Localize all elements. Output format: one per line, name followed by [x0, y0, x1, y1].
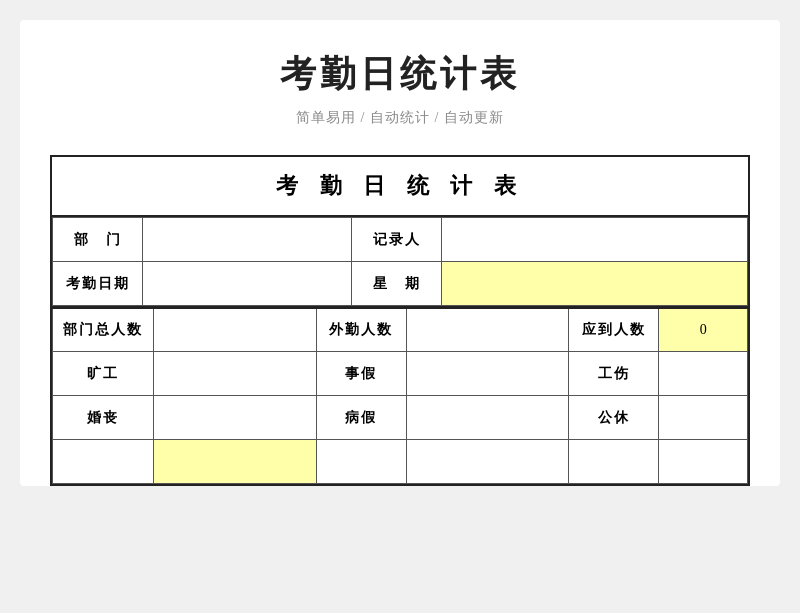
weekday-value: [442, 262, 748, 306]
department-row: 部 门 记录人: [53, 218, 748, 262]
bottom-cell-5: [569, 440, 659, 484]
page-container: 考勤日统计表 简单易用 / 自动统计 / 自动更新 考 勤 日 统 计 表 部 …: [20, 20, 780, 486]
absent-row: 旷工 事假 工伤: [53, 352, 748, 396]
required-label: 应到人数: [569, 308, 659, 352]
page-title: 考勤日统计表: [50, 50, 750, 99]
wedding-label: 婚丧: [53, 396, 154, 440]
department-label: 部 门: [53, 218, 143, 262]
personal-leave-label: 事假: [316, 352, 406, 396]
injury-value: [659, 352, 748, 396]
public-holiday-value: [659, 396, 748, 440]
bottom-cell-2: [154, 440, 317, 484]
sick-leave-value: [406, 396, 569, 440]
date-row: 考勤日期 星 期: [53, 262, 748, 306]
department-value: [143, 218, 352, 262]
header-section-table: 部 门 记录人 考勤日期 星 期: [52, 217, 748, 306]
wedding-value: [154, 396, 317, 440]
recorder-value: [442, 218, 748, 262]
injury-label: 工伤: [569, 352, 659, 396]
bottom-row: [53, 440, 748, 484]
stats-section-table: 部门总人数 外勤人数 应到人数 0 旷工 事假 工伤 婚丧: [52, 306, 748, 484]
absent-label: 旷工: [53, 352, 154, 396]
date-label: 考勤日期: [53, 262, 143, 306]
total-dept-value: [154, 308, 317, 352]
bottom-cell-4: [406, 440, 569, 484]
total-row: 部门总人数 外勤人数 应到人数 0: [53, 308, 748, 352]
page-subtitle: 简单易用 / 自动统计 / 自动更新: [50, 109, 750, 127]
wedding-row: 婚丧 病假 公休: [53, 396, 748, 440]
personal-leave-value: [406, 352, 569, 396]
bottom-cell-3: [316, 440, 406, 484]
attendance-table-wrapper: 考 勤 日 统 计 表 部 门 记录人 考勤日期 星 期: [50, 155, 750, 486]
bottom-cell-6: [659, 440, 748, 484]
total-dept-label: 部门总人数: [53, 308, 154, 352]
date-value: [143, 262, 352, 306]
weekday-label: 星 期: [351, 262, 441, 306]
table-title: 考 勤 日 统 计 表: [52, 157, 748, 217]
bottom-cell-1: [53, 440, 154, 484]
public-holiday-label: 公休: [569, 396, 659, 440]
sick-leave-label: 病假: [316, 396, 406, 440]
required-value: 0: [659, 308, 748, 352]
external-value: [406, 308, 569, 352]
absent-value: [154, 352, 317, 396]
external-label: 外勤人数: [316, 308, 406, 352]
recorder-label: 记录人: [351, 218, 441, 262]
